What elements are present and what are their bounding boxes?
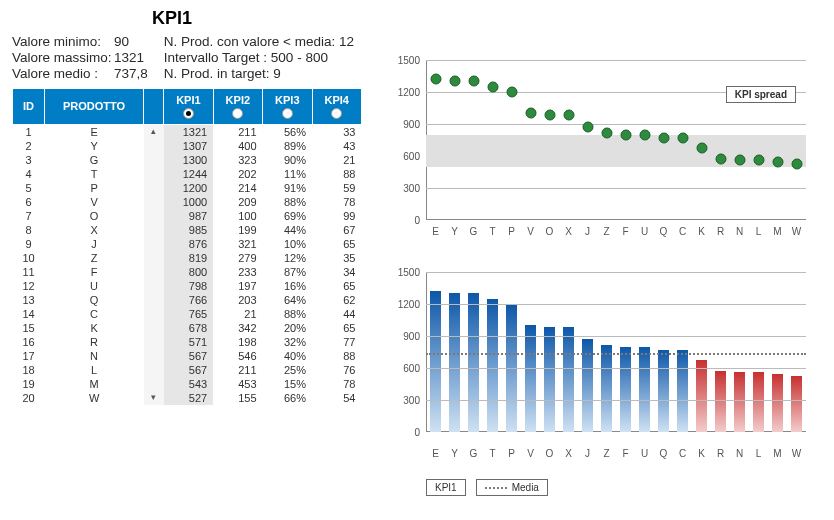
table-row: 16R57119832%77 [13, 335, 362, 349]
data-point [772, 157, 783, 168]
table-row: 19M54345315%78 [13, 377, 362, 391]
stat-row: Valore minimo:90 [12, 34, 148, 49]
data-point [601, 127, 612, 138]
radio-icon[interactable] [232, 108, 243, 119]
kpi-header-kpi2[interactable]: KPI2 [213, 89, 262, 125]
data-point [563, 109, 574, 120]
target-band [426, 135, 806, 167]
media-line [426, 353, 806, 355]
col-id: ID [13, 89, 45, 125]
table-row: 7O98710069%99 [13, 209, 362, 223]
radio-icon[interactable] [183, 108, 194, 119]
data-point [487, 82, 498, 93]
data-point [620, 129, 631, 140]
table-row: 14C7652188%44 [13, 307, 362, 321]
table-row: 6V100020988%78 [13, 195, 362, 209]
table-row: 10Z81927912%35 [13, 251, 362, 265]
kpi-header-kpi1[interactable]: KPI1 [164, 89, 213, 125]
stat-row: Intervallo Target : 500 - 800 [164, 50, 354, 65]
radio-icon[interactable] [331, 108, 342, 119]
kpi-header-kpi3[interactable]: KPI3 [263, 89, 312, 125]
data-point [582, 121, 593, 132]
table-row: 12U79819716%65 [13, 279, 362, 293]
kpi-header-kpi4[interactable]: KPI4 [312, 89, 361, 125]
legend-item-kpi1: KPI1 [426, 479, 466, 496]
data-point [734, 154, 745, 165]
data-point [449, 75, 460, 86]
scroll-col [144, 89, 164, 125]
chevron-down-icon[interactable]: ▾ [150, 393, 158, 402]
table-row: 4T124420211%88 [13, 167, 362, 181]
table-row: 8X98519944%67 [13, 223, 362, 237]
stat-row: N. Prod. con valore < media: 12 [164, 34, 354, 49]
table-row: 3G130032390%21 [13, 153, 362, 167]
data-point [639, 129, 650, 140]
chevron-up-icon[interactable]: ▴ [150, 127, 158, 136]
legend-item-media: Media [476, 479, 548, 496]
data-point [506, 87, 517, 98]
table-row: 11F80023387%34 [13, 265, 362, 279]
col-prodotto: PRODOTTO [45, 89, 144, 125]
stat-row: N. Prod. in target: 9 [164, 66, 354, 81]
data-point [658, 133, 669, 144]
stat-row: Valore medio :737,8 [12, 66, 148, 81]
bar-legend: KPI1 Media [426, 479, 548, 496]
table-row: 20W▾52715566%54 [13, 391, 362, 405]
table-row: 9J87632110%65 [13, 237, 362, 251]
data-point [525, 108, 536, 119]
table-row: 15K67834220%65 [13, 321, 362, 335]
data-point [715, 154, 726, 165]
data-point [677, 133, 688, 144]
data-table: IDPRODOTTOKPI1KPI2KPI3KPI4 1E▴132121156%… [12, 88, 362, 405]
page-title: KPI1 [152, 8, 822, 29]
table-row: 18L56721125%76 [13, 363, 362, 377]
data-point [468, 76, 479, 87]
kpi-spread-chart: 030060090012001500 EYGTPVOXJZFUQCKRNLMW … [390, 52, 810, 252]
stat-row: Valore massimo:1321 [12, 50, 148, 65]
data-point [544, 109, 555, 120]
radio-icon[interactable] [282, 108, 293, 119]
data-point [791, 158, 802, 169]
legend-kpi-spread: KPI spread [726, 86, 796, 103]
table-row: 17N56754640%88 [13, 349, 362, 363]
table-row: 1E▴132121156%33 [13, 124, 362, 139]
table-row: 5P120021491%59 [13, 181, 362, 195]
data-point [753, 154, 764, 165]
data-point [430, 74, 441, 85]
table-row: 13Q76620364%62 [13, 293, 362, 307]
kpi-bar-chart: 030060090012001500 EYGTPVOXJZFUQCKRNLMW … [390, 264, 810, 474]
table-row: 2Y130740089%43 [13, 139, 362, 153]
data-point [696, 142, 707, 153]
